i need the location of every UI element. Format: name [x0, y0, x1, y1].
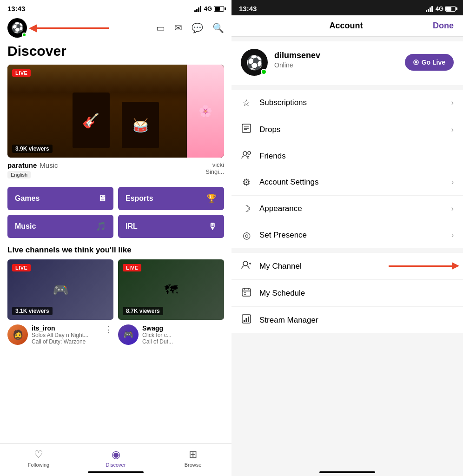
right-description: Singi...: [205, 168, 224, 175]
top-nav-left: ⚽: [7, 18, 109, 38]
stream-manager-icon: [241, 314, 252, 326]
menu-item-left-my-schedule: My Schedule: [241, 287, 305, 299]
tab-following[interactable]: ♡ Following: [0, 449, 77, 468]
screen-icon[interactable]: ▭: [156, 22, 165, 33]
tab-browse[interactable]: ⊞ Browse: [154, 449, 232, 468]
browse-icon: ⊞: [189, 449, 197, 461]
arrow-indicator: [31, 27, 109, 29]
profile-status: Online: [274, 61, 320, 69]
avatar-img-1: 🧔: [7, 324, 28, 345]
chat-icon[interactable]: 💬: [192, 22, 203, 33]
svg-rect-18: [248, 317, 249, 322]
live-badge-main: LIVE: [12, 69, 31, 77]
main-video-card[interactable]: 🎸 🥁 LIVE LIVE 3.9K viewers 4.1K 🌸: [7, 65, 224, 158]
drops-icon: [241, 124, 252, 135]
menu-item-friends[interactable]: Friends: [232, 143, 463, 169]
browse-label: Browse: [185, 462, 202, 468]
menu-section: ☆ Subscriptions › Drops ›: [232, 90, 463, 248]
discover-icon: ◉: [112, 449, 120, 461]
music-label: Music: [15, 222, 36, 231]
games-button[interactable]: Games 🖥: [7, 187, 113, 210]
music-button[interactable]: Music 🎵: [7, 215, 113, 238]
live-channel-card-2[interactable]: 🗺 LIVE 8.7K viewers: [118, 259, 224, 320]
page-title: Discover: [0, 41, 232, 65]
svg-point-5: [248, 152, 251, 154]
inbox-icon[interactable]: ✉: [174, 22, 182, 33]
bottom-tabs: ♡ Following ◉ Discover ⊞ Browse: [0, 443, 232, 476]
set-presence-icon: ◎: [241, 230, 252, 241]
channel-desc-1: Solos All Day n Night...: [32, 332, 99, 338]
menu-item-subscriptions[interactable]: ☆ Subscriptions ›: [232, 90, 463, 116]
channel-text-1: its_iron Solos All Day n Night... Call o…: [32, 324, 99, 345]
done-button[interactable]: Done: [433, 21, 454, 31]
channel-name: paratune: [7, 161, 37, 169]
my-channel-section: My Channel My Schedule: [232, 253, 463, 333]
channel-username-2: Swagg: [142, 324, 224, 332]
live-channel-card-1[interactable]: 🎮 LIVE 3.1K viewers: [7, 259, 113, 320]
account-settings-chevron: ›: [451, 178, 454, 186]
irl-button[interactable]: IRL 🎙: [118, 215, 224, 238]
games-icon: 🖥: [98, 194, 106, 204]
right-time: 13:43: [239, 5, 257, 13]
menu-item-left-drops: Drops: [241, 124, 280, 135]
right-battery-icon: [445, 6, 456, 12]
appearance-chevron: ›: [451, 205, 454, 213]
channel-game-2: Call of Dut...: [142, 338, 224, 345]
my-schedule-label: My Schedule: [259, 289, 305, 298]
esports-button[interactable]: Esports 🏆: [118, 187, 224, 210]
right-signal-icon: [426, 6, 433, 12]
channel-list: 🧔 its_iron Solos All Day n Night... Call…: [0, 320, 232, 345]
left-status-icons: 4G: [194, 5, 224, 12]
esports-label: Esports: [126, 194, 153, 203]
right-status-bar: 13:43 4G: [232, 0, 463, 15]
following-icon: ♡: [34, 449, 43, 461]
set-presence-chevron: ›: [451, 231, 454, 239]
signal-icon: [194, 6, 201, 12]
online-indicator: [22, 33, 26, 37]
account-settings-label: Account Settings: [259, 178, 319, 187]
profile-username: dilumsenev: [274, 51, 320, 60]
more-options-1[interactable]: ⋮: [103, 324, 113, 335]
menu-item-set-presence[interactable]: ◎ Set Presence ›: [232, 222, 463, 248]
home-indicator-left: [88, 471, 144, 473]
profile-section: ⚽ dilumsenev Online Go Live: [232, 41, 463, 85]
menu-item-appearance[interactable]: ☽ Appearance ›: [232, 196, 463, 222]
my-channel-row[interactable]: My Channel: [232, 253, 463, 280]
viewer-count-ch2: 8.7K viewers: [123, 307, 163, 315]
live-badge-ch2: LIVE: [123, 264, 141, 271]
games-label: Games: [15, 194, 40, 203]
live-dot-icon: [413, 60, 419, 65]
menu-item-account-settings[interactable]: ⚙ Account Settings ›: [232, 169, 463, 196]
irl-label: IRL: [126, 222, 138, 231]
go-live-button[interactable]: Go Live: [405, 54, 454, 71]
menu-item-stream-manager[interactable]: Stream Manager: [232, 307, 463, 333]
channel-right-info: vicki Singi...: [205, 161, 224, 175]
menu-item-drops[interactable]: Drops ›: [232, 116, 463, 143]
subscriptions-chevron: ›: [451, 99, 454, 107]
avatar-img-2: 🎮: [118, 324, 139, 345]
language-badge: English: [7, 171, 31, 178]
menu-item-left-appearance: ☽ Appearance: [241, 203, 302, 214]
left-status-bar: 13:43 4G: [0, 0, 232, 15]
friends-icon: [241, 151, 252, 161]
channel-list-item-2[interactable]: 🎮 Swagg Click for c... Call of Dut...: [118, 324, 224, 345]
menu-item-left-set-presence: ◎ Set Presence: [241, 230, 307, 241]
profile-online-dot: [261, 69, 267, 75]
channel-avatar-1: 🧔: [7, 324, 28, 345]
menu-item-my-schedule[interactable]: My Schedule: [232, 280, 463, 307]
profile-info: dilumsenev Online: [274, 51, 320, 69]
esports-icon: 🏆: [206, 193, 217, 204]
menu-item-left-stream-manager: Stream Manager: [241, 314, 318, 326]
subscriptions-label: Subscriptions: [259, 98, 307, 107]
channel-username-1: its_iron: [32, 324, 99, 332]
arrow-line: [389, 265, 454, 267]
search-icon[interactable]: 🔍: [212, 22, 224, 33]
tab-discover[interactable]: ◉ Discover: [77, 449, 154, 468]
channel-list-item-1[interactable]: 🧔 its_iron Solos All Day n Night... Call…: [7, 324, 113, 345]
appearance-icon: ☽: [241, 203, 252, 214]
network-type: 4G: [204, 5, 212, 12]
channel-game-1: Call of Duty: Warzone: [32, 338, 99, 345]
user-avatar[interactable]: ⚽: [7, 18, 27, 38]
menu-item-left-account-settings: ⚙ Account Settings: [241, 177, 319, 188]
channel-game: Music: [40, 161, 58, 169]
